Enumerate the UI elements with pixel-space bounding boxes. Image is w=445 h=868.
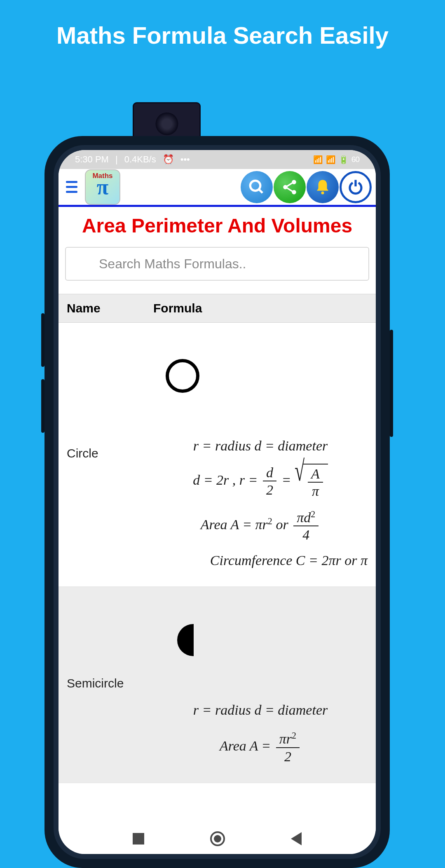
row-name-label: Circle: [67, 328, 153, 578]
search-box[interactable]: [65, 247, 369, 281]
svg-line-5: [287, 183, 293, 186]
notification-button[interactable]: [307, 171, 339, 203]
column-header-name: Name: [67, 301, 153, 315]
svg-line-1: [259, 189, 262, 193]
row-formula-cell: r = radius d = diameter Area A = πr22: [153, 593, 368, 774]
phone-volume-up: [41, 313, 44, 367]
row-formula-cell: r = radius d = diameter d = 2r , r = d2 …: [153, 328, 368, 578]
search-input[interactable]: [99, 256, 335, 272]
hero-title: Maths Formula Search Easily: [0, 0, 445, 49]
svg-line-6: [287, 188, 293, 191]
formula-line: Area A = πr22: [153, 730, 368, 764]
svg-point-0: [250, 181, 260, 191]
recent-apps-button[interactable]: [133, 833, 144, 845]
semicircle-icon: [177, 624, 194, 656]
signal-icon: 📶: [326, 155, 335, 164]
search-button[interactable]: [241, 171, 273, 203]
phone-screen: 5:30 PM | 0.4KB/s ⏰ ••• 📶 📶 🔋 60: [59, 150, 376, 854]
battery-icon: 🔋: [339, 155, 348, 164]
circle-icon: [166, 359, 199, 393]
status-separator: |: [115, 154, 118, 165]
battery-percent: 60: [351, 155, 359, 164]
table-row: Semicircle r = radius d = diameter Area …: [59, 587, 376, 783]
status-bar: 5:30 PM | 0.4KB/s ⏰ ••• 📶 📶 🔋 60: [59, 150, 376, 169]
row-name-label: Semicircle: [67, 593, 153, 774]
phone-frame: 5:30 PM | 0.4KB/s ⏰ ••• 📶 📶 🔋 60: [44, 136, 390, 868]
share-button[interactable]: [274, 171, 306, 203]
menu-button[interactable]: [66, 180, 81, 195]
more-icon: •••: [180, 154, 190, 165]
phone-volume-down: [41, 379, 44, 433]
formula-line: Area A = πr2 or πd24: [153, 509, 368, 543]
app-logo[interactable]: Maths π: [85, 169, 120, 205]
formula-line: Circumference C = 2πr or π: [153, 553, 368, 568]
status-net-speed: 0.4KB/s: [124, 154, 156, 165]
table-header: Name Formula: [59, 294, 376, 323]
back-button[interactable]: [291, 832, 302, 845]
table-row: Circle r = radius d = diameter d = 2r , …: [59, 323, 376, 587]
wifi-icon: 📶: [313, 155, 323, 164]
status-time: 5:30 PM: [75, 154, 109, 165]
alarm-icon: ⏰: [163, 154, 174, 165]
formula-line: r = radius d = diameter: [153, 438, 368, 454]
column-header-formula: Formula: [153, 301, 202, 315]
app-header: Maths π: [59, 169, 376, 207]
home-button[interactable]: [210, 831, 225, 846]
formula-line: r = radius d = diameter: [153, 702, 368, 718]
page-title: Area Perimeter And Volumes: [59, 207, 376, 247]
power-button[interactable]: [340, 171, 372, 203]
phone-power-button: [390, 330, 393, 437]
android-nav-bar: [59, 823, 376, 854]
svg-point-7: [321, 191, 324, 194]
formula-line: d = 2r , r = d2 = √Aπ: [153, 464, 368, 499]
